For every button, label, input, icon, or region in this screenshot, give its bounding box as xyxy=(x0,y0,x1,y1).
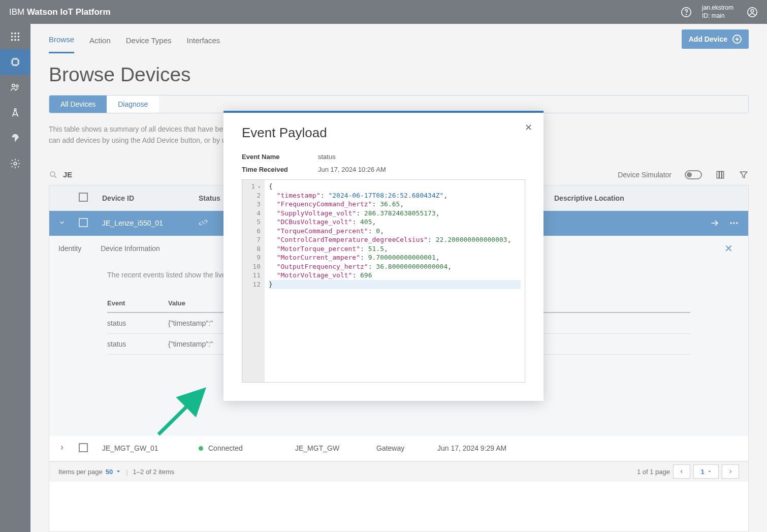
detail-tab-identity[interactable]: Identity xyxy=(58,244,81,253)
filter-icon[interactable] xyxy=(739,170,749,180)
user-block[interactable]: jan.ekstrom ID: main xyxy=(702,4,758,20)
chevron-down-icon[interactable] xyxy=(58,219,66,226)
svg-point-7 xyxy=(11,36,13,38)
tab-browse[interactable]: Browse xyxy=(49,25,74,53)
user-id: ID: main xyxy=(702,12,733,20)
top-bar: IBM Watson IoT Platform jan.ekstrom ID: … xyxy=(0,0,767,24)
detail-tab-info[interactable]: Device Information xyxy=(101,244,160,253)
rail-settings-icon[interactable] xyxy=(0,151,30,176)
add-device-label: Add Device xyxy=(689,35,727,43)
row-checkbox[interactable] xyxy=(79,218,88,227)
event-name-label: Event Name xyxy=(242,153,318,161)
svg-point-9 xyxy=(18,36,20,38)
tab-action[interactable]: Action xyxy=(89,26,111,53)
left-rail xyxy=(0,24,30,532)
subcol-event: Event xyxy=(107,299,168,307)
tab-bar: Browse Action Device Types Interfaces Ad… xyxy=(30,24,767,54)
help-icon[interactable] xyxy=(681,7,692,18)
page-title: Browse Devices xyxy=(49,64,749,86)
svg-rect-21 xyxy=(722,171,723,178)
user-icon xyxy=(747,7,758,18)
json-code-viewer[interactable]: 1 ▾23456789101112 { "timestamp": "2024-0… xyxy=(242,179,525,383)
modal-title: Event Payload xyxy=(242,125,525,141)
svg-point-1 xyxy=(686,14,687,15)
tab-interfaces[interactable]: Interfaces xyxy=(187,26,220,53)
svg-point-11 xyxy=(14,39,16,41)
range-label: 1–2 of 2 items xyxy=(133,468,175,476)
col-device-id[interactable]: Device ID xyxy=(102,194,199,202)
search-input[interactable] xyxy=(63,170,165,179)
status-dot-icon xyxy=(199,446,203,451)
svg-point-8 xyxy=(14,36,16,38)
cell-device-id: JE_Lenze_i550_01 xyxy=(102,219,199,227)
search-icon xyxy=(49,170,58,179)
arrow-right-icon[interactable] xyxy=(710,218,720,228)
svg-point-4 xyxy=(11,33,13,35)
svg-rect-20 xyxy=(719,171,721,178)
svg-point-12 xyxy=(18,39,20,41)
rail-members-icon[interactable] xyxy=(0,75,30,100)
svg-point-15 xyxy=(16,85,18,87)
time-received-label: Time Received xyxy=(242,166,318,173)
svg-point-6 xyxy=(18,33,20,35)
device-simulator-toggle[interactable] xyxy=(685,170,702,179)
chevron-right-icon[interactable] xyxy=(58,444,66,451)
event-payload-modal: ✕ Event Payload Event Namestatus Time Re… xyxy=(223,111,544,401)
svg-point-10 xyxy=(11,39,13,41)
plus-icon: + xyxy=(732,35,742,44)
tab-device-types[interactable]: Device Types xyxy=(126,26,172,53)
ipp-label: Items per page xyxy=(58,468,103,476)
seg-all-devices[interactable]: All Devices xyxy=(49,96,107,113)
user-name: jan.ekstrom xyxy=(702,4,733,12)
next-page-button[interactable] xyxy=(722,464,739,479)
row-checkbox[interactable] xyxy=(79,443,88,452)
svg-rect-19 xyxy=(717,171,719,178)
svg-point-22 xyxy=(730,223,732,224)
svg-rect-13 xyxy=(13,59,18,65)
more-icon[interactable] xyxy=(729,218,739,228)
unlink-icon xyxy=(199,218,208,227)
add-device-button[interactable]: Add Device + xyxy=(682,29,749,49)
columns-icon[interactable] xyxy=(715,170,725,180)
table-row[interactable]: JE_MGT_GW_01 Connected JE_MGT_GW Gateway… xyxy=(49,436,748,461)
prev-page-button[interactable] xyxy=(673,464,690,479)
chevron-down-icon[interactable] xyxy=(116,469,121,474)
select-all-checkbox[interactable] xyxy=(79,193,88,202)
device-simulator-label: Device Simulator xyxy=(618,171,672,179)
event-name-value: status xyxy=(318,153,336,161)
close-detail-icon[interactable]: ✕ xyxy=(724,242,733,255)
svg-point-17 xyxy=(14,162,17,165)
page-select[interactable]: 1 xyxy=(693,464,719,479)
cell-device-id: JE_MGT_GW_01 xyxy=(102,444,199,452)
svg-point-14 xyxy=(12,84,15,87)
brand: IBM Watson IoT Platform xyxy=(9,7,111,17)
svg-point-24 xyxy=(736,223,738,224)
seg-diagnose[interactable]: Diagnose xyxy=(107,96,159,113)
svg-point-23 xyxy=(733,223,734,224)
svg-point-16 xyxy=(14,109,16,111)
rail-fingerprint-icon[interactable] xyxy=(0,126,30,151)
pages-label: 1 of 1 page xyxy=(637,468,670,476)
svg-point-5 xyxy=(14,33,16,35)
svg-point-18 xyxy=(50,172,55,176)
rail-compass-icon[interactable] xyxy=(0,100,30,126)
svg-point-3 xyxy=(751,9,754,12)
time-received-value: Jun 17, 2024 10:26 AM xyxy=(318,166,386,173)
ipp-select[interactable]: 50 xyxy=(106,468,113,476)
rail-devices-icon[interactable] xyxy=(0,49,30,75)
rail-apps-icon[interactable] xyxy=(0,24,30,49)
close-modal-icon[interactable]: ✕ xyxy=(525,122,532,133)
pagination: Items per page 50 | 1–2 of 2 items 1 of … xyxy=(49,461,748,482)
col-location[interactable]: Descriptive Location xyxy=(554,194,739,202)
